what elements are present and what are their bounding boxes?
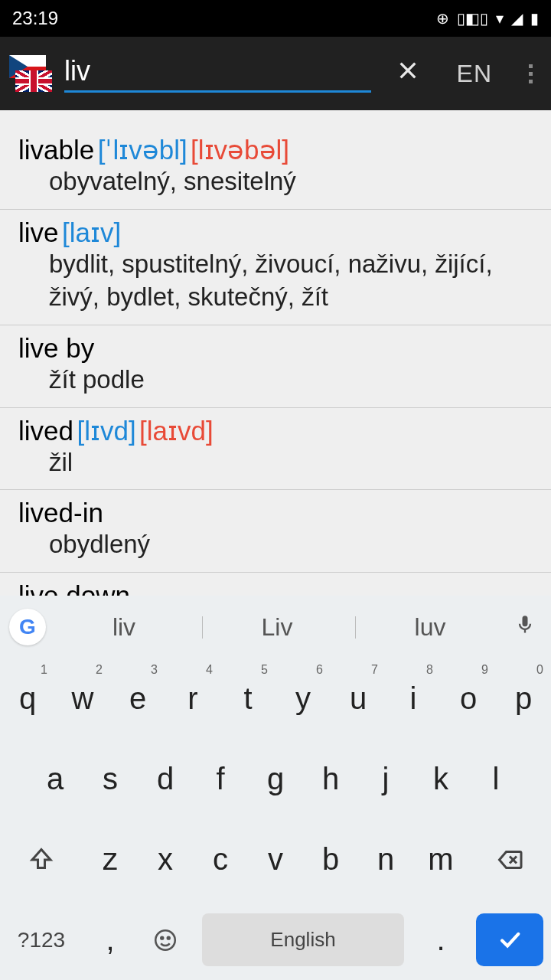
translation: obyvatelný, snesitelný	[18, 165, 533, 198]
google-logo-icon[interactable]: G	[9, 609, 46, 645]
status-bar: 23:19 ⊕ ▯◧▯ ▾ ◢ ▮	[0, 0, 551, 37]
vibrate-icon: ▯◧▯	[457, 9, 488, 28]
key-y[interactable]: y6	[276, 658, 331, 739]
key-f[interactable]: f	[193, 739, 248, 819]
clear-button[interactable]	[383, 57, 432, 90]
search-input[interactable]	[64, 55, 371, 87]
key-k[interactable]: k	[413, 739, 468, 819]
key-n[interactable]: n	[358, 819, 413, 900]
suggestion[interactable]: Liv	[202, 613, 352, 642]
wifi-icon: ▾	[496, 9, 504, 28]
headword: live down	[18, 580, 130, 596]
key-r[interactable]: r4	[165, 658, 220, 739]
key-m[interactable]: m	[413, 819, 468, 900]
backspace-icon	[496, 846, 523, 874]
signal-icon: ◢	[511, 9, 523, 28]
search-field-wrap	[64, 55, 371, 93]
key-x[interactable]: x	[138, 819, 193, 900]
svg-point-4	[155, 930, 175, 950]
key-l[interactable]: l	[468, 739, 523, 819]
status-time: 23:19	[12, 8, 58, 29]
translation: obydlený	[18, 528, 533, 561]
suggestion[interactable]: luv	[355, 613, 505, 642]
period-key[interactable]: .	[413, 900, 468, 980]
symbols-key[interactable]: ?123	[0, 900, 83, 980]
target-language-button[interactable]: EN	[445, 60, 504, 88]
ipa-secondary: [lɪvəbəl]	[191, 135, 289, 165]
shift-key[interactable]	[0, 819, 83, 900]
svg-point-6	[168, 936, 170, 939]
ipa-primary: [lɪvd]	[77, 416, 135, 446]
translation: bydlit, spustitelný, živoucí, naživu, ži…	[18, 248, 533, 314]
key-i[interactable]: i8	[386, 658, 441, 739]
overflow-menu-button[interactable]	[517, 64, 545, 83]
list-item[interactable]: lived [lɪvd] [laɪvd] žil	[0, 408, 551, 491]
key-w[interactable]: w2	[55, 658, 110, 739]
shift-icon	[28, 846, 55, 874]
key-e[interactable]: e3	[110, 658, 165, 739]
headword: livable	[18, 135, 94, 165]
key-c[interactable]: c	[193, 819, 248, 900]
space-label: English	[202, 913, 405, 966]
language-flags-icon[interactable]	[9, 52, 52, 95]
key-row: q1w2e3r4t5y6u7i8o9p0	[0, 658, 551, 739]
key-v[interactable]: v	[248, 819, 303, 900]
key-g[interactable]: g	[248, 739, 303, 819]
list-item[interactable]: live by žít podle	[0, 325, 551, 408]
enter-key[interactable]	[468, 900, 551, 980]
app-toolbar: EN	[0, 37, 551, 110]
key-a[interactable]: a	[28, 739, 83, 819]
key-u[interactable]: u7	[331, 658, 386, 739]
microphone-icon	[514, 614, 536, 635]
key-s[interactable]: s	[83, 739, 138, 819]
key-t[interactable]: t5	[220, 658, 276, 739]
space-key[interactable]: English	[193, 900, 413, 980]
headword: lived-in	[18, 498, 103, 528]
list-item[interactable]: lived-in obydlený	[0, 490, 551, 573]
key-row: asdfghjkl	[0, 739, 551, 819]
headword: live by	[18, 333, 94, 363]
list-item[interactable]: live [laɪv] bydlit, spustitelný, živoucí…	[0, 210, 551, 325]
check-icon	[497, 926, 523, 952]
key-row: ?123 , English .	[0, 900, 551, 980]
soft-keyboard: G liv Liv luv q1w2e3r4t5y6u7i8o9p0 asdfg…	[0, 596, 551, 980]
ipa-primary: [ˈlɪvəbl]	[98, 135, 187, 165]
translation: žil	[18, 446, 533, 479]
key-o[interactable]: o9	[441, 658, 496, 739]
svg-point-5	[161, 936, 163, 939]
key-h[interactable]: h	[303, 739, 358, 819]
emoji-key[interactable]	[138, 900, 193, 980]
headword: live	[18, 217, 59, 247]
backspace-key[interactable]	[468, 819, 551, 900]
ipa-primary: [laɪv]	[62, 217, 121, 247]
key-b[interactable]: b	[303, 819, 358, 900]
key-row: zxcvbnm	[0, 819, 551, 900]
close-icon	[396, 58, 420, 83]
comma-key[interactable]: ,	[83, 900, 138, 980]
status-icons: ⊕ ▯◧▯ ▾ ◢ ▮	[436, 9, 539, 28]
headword: lived	[18, 416, 73, 446]
battery-icon: ▮	[530, 9, 539, 28]
list-item[interactable]: live down přežít	[0, 573, 551, 596]
key-z[interactable]: z	[83, 819, 138, 900]
add-circle-icon: ⊕	[436, 9, 449, 28]
key-d[interactable]: d	[138, 739, 193, 819]
smiley-icon	[152, 927, 178, 953]
translation: žít podle	[18, 364, 533, 397]
key-q[interactable]: q1	[0, 658, 55, 739]
suggestion[interactable]: liv	[49, 613, 199, 642]
suggestion-bar: G liv Liv luv	[0, 596, 551, 658]
key-j[interactable]: j	[358, 739, 413, 819]
key-p[interactable]: p0	[496, 658, 551, 739]
results-list[interactable]: livable [ˈlɪvəbl] [lɪvəbəl] obyvatelný, …	[0, 110, 551, 596]
ipa-secondary: [laɪvd]	[139, 416, 214, 446]
voice-input-button[interactable]	[508, 614, 542, 641]
list-item[interactable]: livable [ˈlɪvəbl] [lɪvəbəl] obyvatelný, …	[0, 110, 551, 210]
